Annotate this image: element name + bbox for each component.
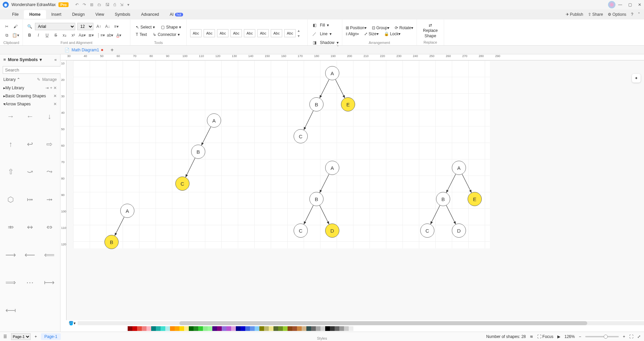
color-swatch[interactable] [231, 326, 236, 331]
color-swatch[interactable] [128, 326, 132, 331]
add-page-button[interactable]: + [35, 334, 37, 339]
menu-design[interactable]: Design [67, 10, 90, 19]
tree-node[interactable]: D [452, 224, 466, 238]
presentation-icon[interactable]: ▶ [557, 334, 560, 339]
arrow-shape-thumb[interactable]: ⤞ [41, 193, 58, 206]
color-swatch[interactable] [292, 326, 297, 331]
tree-node[interactable]: A [207, 113, 221, 128]
ai-assistant-icon[interactable]: ✦ [632, 74, 641, 83]
fit-page-icon[interactable]: ⛶ [629, 334, 633, 339]
arrow-shape-thumb[interactable]: ⟻ [2, 304, 19, 317]
options-button[interactable]: ⚙ Options [608, 12, 626, 17]
category-basic-shapes[interactable]: ▸ Basic Drawing Shapes ✕ [0, 92, 60, 100]
arrow-shape-thumb[interactable]: ⤃ [2, 221, 19, 234]
select-tool-button[interactable]: ↖ Select ▾ [134, 24, 157, 30]
style-preset[interactable]: Abc [230, 29, 242, 37]
color-swatch[interactable] [269, 326, 273, 331]
color-swatch[interactable] [245, 326, 250, 331]
horizontal-scrollbar[interactable] [78, 321, 644, 325]
color-swatch[interactable] [325, 326, 330, 331]
tree-node[interactable]: C [175, 177, 189, 191]
color-swatch[interactable] [189, 326, 194, 331]
tree-node[interactable]: A [120, 204, 134, 218]
menu-insert[interactable]: Insert [46, 10, 67, 19]
category-my-library[interactable]: ▸ My Library ⇥ + ✕ [0, 84, 60, 92]
export-icon[interactable]: ⇲ [120, 2, 123, 7]
arrow-shape-thumb[interactable]: ← [22, 110, 39, 123]
color-swatch[interactable] [306, 326, 311, 331]
case-icon[interactable]: Aa▾ [79, 32, 86, 39]
focus-mode-button[interactable]: ⛶ Focus [537, 334, 553, 339]
size-button[interactable]: ⤢ Size▾ [364, 32, 379, 36]
color-swatch[interactable] [311, 326, 316, 331]
color-swatch[interactable] [353, 326, 358, 331]
shadow-icon[interactable]: ◨ [311, 39, 318, 46]
color-swatch[interactable] [165, 326, 170, 331]
italic-icon[interactable]: I [35, 32, 42, 39]
close-category-icon[interactable]: ✕ [53, 94, 57, 98]
arrow-shape-thumb[interactable]: → [2, 110, 19, 123]
menu-view[interactable]: View [90, 10, 110, 19]
decrease-font-icon[interactable]: A↓ [104, 23, 111, 30]
fullscreen-icon[interactable]: ⤢ [637, 334, 641, 339]
collapse-sidebar-icon[interactable]: « [54, 57, 57, 62]
category-arrow-shapes[interactable]: ▾ Arrow Shapes ✕ [0, 100, 60, 108]
paint-bucket-icon[interactable]: 🪣▾ [67, 321, 78, 326]
subscript-icon[interactable]: x₂ [61, 32, 68, 39]
color-swatch[interactable] [264, 326, 269, 331]
page-tab[interactable]: Page-1 [41, 333, 61, 340]
font-search-icon[interactable]: 🔍 [26, 23, 33, 30]
help-icon[interactable]: ? [631, 12, 633, 17]
color-swatch[interactable] [175, 326, 179, 331]
increase-font-icon[interactable]: A↑ [95, 23, 102, 30]
fill-icon[interactable]: ◧ [311, 21, 318, 29]
arrow-shape-thumb[interactable]: ⤳ [41, 165, 58, 178]
more-symbols-header[interactable]: ≡ More Symbols▾ « [0, 54, 60, 65]
menu-ai[interactable]: AI hot [164, 10, 188, 19]
color-swatch[interactable] [320, 326, 325, 331]
maximize-icon[interactable]: ▢ [628, 2, 632, 7]
print-icon[interactable]: ⎙ [114, 2, 116, 7]
rotate-button[interactable]: ⟳ Rotate▾ [395, 26, 413, 30]
tree-node[interactable]: C [294, 224, 308, 238]
font-size-select[interactable]: 12 [77, 23, 93, 30]
add-icon[interactable]: + [50, 86, 52, 90]
menu-symbols[interactable]: Symbols [110, 10, 136, 19]
menu-home[interactable]: Home [24, 10, 46, 19]
import-icon[interactable]: ⇥ [45, 86, 49, 90]
user-avatar[interactable] [608, 1, 615, 8]
color-swatch[interactable] [330, 326, 335, 331]
line-spacing-icon[interactable]: ≣▾ [88, 32, 94, 39]
position-button[interactable]: ⊞ Position▾ [346, 26, 367, 30]
color-swatch[interactable] [335, 326, 339, 331]
color-swatch[interactable] [302, 326, 306, 331]
page-select[interactable]: Page-1 [11, 333, 31, 340]
library-toggle[interactable]: Library ⌃ [3, 77, 20, 82]
paste-icon[interactable]: 📋▾ [12, 32, 19, 39]
arrow-shape-thumb[interactable]: ⟸ [41, 249, 58, 261]
manage-library-button[interactable]: ✎ Manage [37, 77, 57, 82]
menu-advanced[interactable]: Advanced [136, 10, 164, 19]
outline-icon[interactable]: ☰ [3, 334, 7, 339]
lock-button[interactable]: 🔒 Lock▾ [384, 32, 401, 36]
style-preset[interactable]: Abc [271, 29, 282, 37]
fill-label[interactable]: Fill [320, 23, 325, 28]
shape-tool-button[interactable]: ▢ Shape ▾ [159, 24, 183, 30]
color-swatch[interactable] [198, 326, 203, 331]
collapse-ribbon-icon[interactable]: ˄ [638, 12, 640, 17]
arrow-shape-thumb[interactable]: ↭ [22, 221, 39, 234]
color-swatch[interactable] [236, 326, 241, 331]
underline-icon[interactable]: U [44, 32, 50, 39]
color-swatch[interactable] [137, 326, 142, 331]
highlight-icon[interactable]: ab▾ [107, 32, 114, 39]
color-swatch[interactable] [146, 326, 151, 331]
color-swatch[interactable] [170, 326, 175, 331]
format-painter-icon[interactable]: 🖌 [12, 23, 19, 30]
style-preset[interactable]: Abc [217, 29, 228, 37]
color-swatch[interactable] [203, 326, 208, 331]
arrow-shape-thumb[interactable]: ↓ [41, 110, 58, 123]
style-preset[interactable]: Abc [257, 29, 269, 37]
arrow-shape-thumb[interactable]: ⇔ [41, 221, 58, 234]
document-tab[interactable]: 📄 Math Diagram1 [60, 46, 107, 54]
color-swatch[interactable] [212, 326, 217, 331]
